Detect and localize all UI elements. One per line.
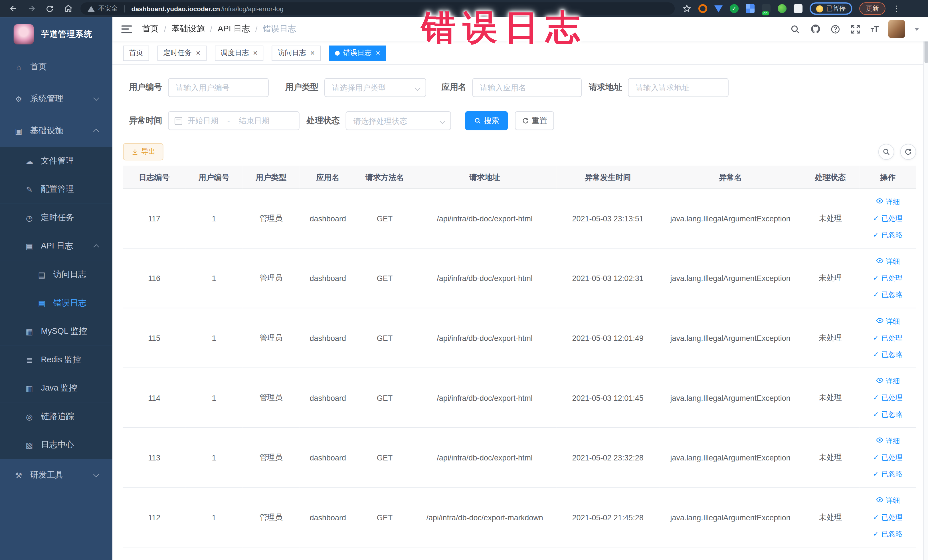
app-logo (14, 24, 34, 44)
sidebar-item-access-log[interactable]: ▤访问日志 (0, 261, 112, 289)
sidebar-item-config-mgmt[interactable]: ✎配置管理 (0, 175, 112, 204)
bookmark-star-icon[interactable] (682, 4, 691, 13)
sidebar-item-system-mgmt[interactable]: ⚙系统管理 (0, 83, 112, 115)
action-ignored-link[interactable]: ✓已忽略 (862, 406, 914, 423)
search-button[interactable]: 搜索 (465, 111, 508, 130)
home-icon[interactable] (63, 4, 73, 13)
close-icon[interactable]: × (310, 49, 314, 57)
tab-error-log[interactable]: 错误日志× (329, 45, 386, 61)
help-icon[interactable] (830, 24, 841, 34)
avatar-caret-icon[interactable] (914, 28, 919, 34)
update-button[interactable]: 更新 (859, 2, 885, 15)
url-host: dashboard.yudao.iocoder.cn (131, 5, 220, 12)
toggle-search-button[interactable] (878, 144, 894, 160)
close-icon[interactable]: × (376, 49, 380, 57)
sidebar-item-java-monitor[interactable]: ▥Java 监控 (0, 374, 112, 403)
action-detail-link[interactable]: 详细 (862, 492, 914, 509)
extension-grid-icon[interactable] (746, 4, 754, 13)
sidebar-item-mysql-monitor[interactable]: ▦MySQL 监控 (0, 317, 112, 346)
sidebar-item-home[interactable]: ⌂首页 (0, 51, 112, 83)
tab-schedule-log[interactable]: 调度日志× (215, 45, 263, 61)
search-icon[interactable] (790, 24, 800, 34)
action-processed-link[interactable]: ✓已处理 (862, 509, 914, 525)
action-ignored-link[interactable]: ✓已忽略 (862, 525, 914, 542)
cell-log-id: 116 (123, 248, 185, 308)
back-icon[interactable] (8, 4, 18, 13)
cell-request-url: /api/infra/db-doc/export-html (413, 189, 556, 249)
logo-row[interactable]: 芋道管理系统 (0, 17, 112, 51)
extension-check-icon[interactable]: ✓ (730, 4, 739, 13)
action-processed-link[interactable]: ✓已处理 (862, 449, 914, 466)
action-detail-link[interactable]: 详细 (862, 373, 914, 389)
extensions-puzzle-icon[interactable] (794, 4, 803, 13)
user-avatar[interactable] (888, 20, 905, 38)
sidebar-item-redis-monitor[interactable]: ≣Redis 监控 (0, 346, 112, 374)
check-icon: ✓ (873, 334, 879, 342)
sidebar-item-cron[interactable]: ◷定时任务 (0, 204, 112, 232)
active-tab-dot (335, 50, 340, 55)
breadcrumb-item-2[interactable]: API 日志 (218, 24, 250, 34)
sidebar-item-trace[interactable]: ◎链路追踪 (0, 403, 112, 431)
sidebar-item-log-center[interactable]: ▧日志中心 (0, 431, 112, 459)
sidebar-item-api-log[interactable]: ▤API 日志 (0, 232, 112, 261)
action-detail-link[interactable]: 详细 (862, 253, 914, 270)
fullscreen-icon[interactable] (850, 24, 861, 34)
table-row: 1141管理员dashboardGET/api/infra/db-doc/exp… (123, 368, 916, 428)
cell-user-type: 管理员 (243, 248, 299, 308)
action-ignored-link[interactable]: ✓已忽略 (862, 346, 914, 363)
action-detail-link[interactable]: 详细 (862, 433, 914, 449)
cell-user-type: 管理员 (243, 189, 299, 249)
browser-menu-kebab-icon[interactable]: ⋮ (893, 4, 901, 13)
breadcrumb-item-1[interactable]: 基础设施 (171, 24, 205, 34)
action-processed-link[interactable]: ✓已处理 (862, 330, 914, 346)
user-id-input[interactable] (168, 78, 269, 97)
sidebar-item-dev-tools[interactable]: ⚒研发工具 (0, 459, 112, 491)
close-icon[interactable]: × (253, 49, 258, 57)
refresh-button[interactable] (900, 144, 916, 160)
cell-status: 未处理 (801, 368, 859, 428)
extension-shield-icon[interactable] (714, 5, 723, 12)
github-icon[interactable] (810, 24, 821, 34)
tab-home[interactable]: 首页 (123, 45, 149, 61)
export-button[interactable]: 导出 (123, 143, 163, 160)
status-select[interactable] (346, 111, 451, 130)
app-name-input[interactable] (472, 78, 582, 97)
paused-chip[interactable]: 已暂停 (810, 2, 852, 15)
action-processed-link[interactable]: ✓已处理 (862, 389, 914, 406)
forward-icon[interactable] (26, 4, 36, 13)
page-scrollbar[interactable] (923, 17, 928, 560)
action-detail-link[interactable]: 详细 (862, 194, 914, 210)
breadcrumb-item-0[interactable]: 首页 (142, 24, 159, 34)
cell-request-url: /api/infra/db-doc/export-html (413, 428, 556, 488)
cell-exception-name: java.lang.IllegalArgumentException (659, 189, 801, 249)
reload-icon[interactable] (45, 4, 55, 13)
close-icon[interactable]: × (196, 49, 200, 57)
sidebar-item-error-log[interactable]: ▤错误日志 (0, 289, 112, 317)
date-range-picker[interactable]: 开始日期 - 结束日期 (168, 111, 299, 130)
side-menu: ⌂首页⚙系统管理▣基础设施☁文件管理✎配置管理◷定时任务▤API 日志▤访问日志… (0, 51, 112, 491)
action-processed-link[interactable]: ✓已处理 (862, 270, 914, 287)
cell-error-time: 2021-05-02 23:32:28 (556, 428, 659, 488)
extension-leaf-icon[interactable] (778, 4, 786, 13)
column-header-actions: 操作 (859, 166, 916, 189)
gear-icon: ⚙ (14, 95, 24, 103)
font-size-icon[interactable]: TT (871, 24, 879, 34)
extension-on-badge-icon[interactable] (762, 4, 771, 13)
reset-button[interactable]: 重置 (515, 111, 554, 130)
cell-exception-name: java.lang.IllegalArgumentException (659, 308, 801, 368)
action-detail-link[interactable]: 详细 (862, 313, 914, 330)
user-type-select[interactable] (324, 78, 426, 97)
action-ignored-link[interactable]: ✓已忽略 (862, 466, 914, 482)
sidebar-item-file-mgmt[interactable]: ☁文件管理 (0, 147, 112, 175)
action-ignored-link[interactable]: ✓已忽略 (862, 287, 914, 303)
extension-icon[interactable] (698, 4, 707, 13)
hamburger-icon[interactable] (121, 25, 132, 33)
sidebar-item-infrastructure[interactable]: ▣基础设施 (0, 115, 112, 146)
request-url-input[interactable] (628, 78, 729, 97)
cell-app-name: dashboard (299, 487, 356, 547)
tab-cron[interactable]: 定时任务× (157, 45, 206, 61)
tab-access-log[interactable]: 访问日志× (272, 45, 321, 61)
action-processed-link[interactable]: ✓已处理 (862, 210, 914, 226)
check-icon: ✓ (873, 215, 879, 222)
action-ignored-link[interactable]: ✓已忽略 (862, 227, 914, 243)
